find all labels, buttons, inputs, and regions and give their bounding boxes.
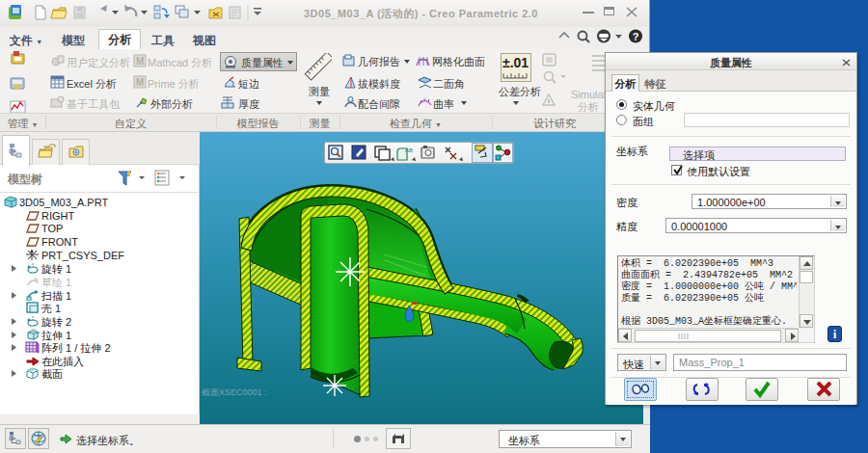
- svg-text:AB: AB: [405, 147, 413, 153]
- svg-text:M: M: [136, 77, 144, 88]
- svg-text:M: M: [136, 56, 144, 67]
- svg-text:截面XSEC0001 :: 截面XSEC0001 :: [202, 387, 267, 397]
- svg-text:?: ?: [633, 31, 639, 42]
